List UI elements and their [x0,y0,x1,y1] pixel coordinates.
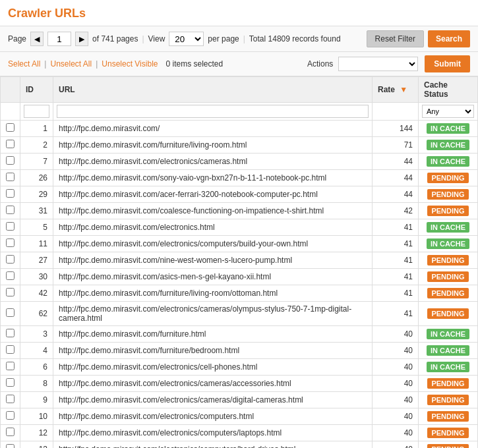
filter-cache-cell: Any IN CACHE PENDING [419,103,478,121]
table-row: 2 http://fpc.demo.mirasvit.com/furniture… [1,137,478,154]
row-id: 4 [20,343,53,359]
url-link[interactable]: http://fpc.demo.mirasvit.com/electronics… [59,157,247,166]
row-id: 7 [20,154,53,170]
row-url: http://fpc.demo.mirasvit.com/electronics… [53,154,373,170]
row-checkbox-cell [1,326,20,343]
url-link[interactable]: http://fpc.demo.mirasvit.com/electronics… [59,223,215,232]
th-rate[interactable]: Rate ▼ [373,77,419,103]
url-link[interactable]: http://fpc.demo.mirasvit.com/electronics… [59,428,282,437]
row-checkbox[interactable] [6,173,15,181]
actions-select[interactable]: Delete Flush Cache [338,57,418,71]
row-checkbox-cell [1,269,20,285]
prev-page-button[interactable]: ◀ [30,32,44,46]
row-checkbox[interactable] [6,395,15,403]
url-link[interactable]: http://fpc.demo.mirasvit.com/electronics… [59,304,351,323]
row-checkbox[interactable] [6,329,15,337]
url-link[interactable]: http://fpc.demo.mirasvit.com/furniture/b… [59,346,239,355]
url-link[interactable]: http://fpc.demo.mirasvit.com/coalesce-fu… [59,206,324,215]
cache-status-badge: PENDING [427,173,468,183]
table-row: 3 http://fpc.demo.mirasvit.com/furniture… [1,326,478,343]
row-checkbox[interactable] [6,288,15,296]
row-checkbox[interactable] [6,345,15,354]
url-link[interactable]: http://fpc.demo.mirasvit.com/electronics… [59,445,295,448]
url-link[interactable]: http://fpc.demo.mirasvit.com/ [59,124,160,133]
row-checkbox[interactable] [6,308,15,317]
table-row: 29 http://fpc.demo.mirasvit.com/acer-fer… [1,186,478,203]
next-page-button[interactable]: ▶ [75,32,88,46]
table-row: 27 http://fpc.demo.mirasvit.com/nine-wes… [1,252,478,269]
cache-status-badge: PENDING [427,288,468,298]
row-checkbox[interactable] [6,428,15,436]
row-checkbox[interactable] [6,238,15,247]
filter-url-input[interactable] [57,105,369,118]
reset-filter-button[interactable]: Reset Filter [367,30,424,47]
url-link[interactable]: http://fpc.demo.mirasvit.com/electronics… [59,362,257,372]
cache-status-badge: IN CACHE [427,156,469,167]
url-link[interactable]: http://fpc.demo.mirasvit.com/furniture.h… [59,329,206,339]
row-cache-status: IN CACHE [419,236,478,252]
row-checkbox[interactable] [6,411,15,420]
row-rate: 41 [373,285,419,302]
cache-status-badge: PENDING [427,189,468,200]
row-cache-status: PENDING [419,285,478,302]
unselect-visible-link[interactable]: Unselect Visible [102,59,158,69]
row-checkbox[interactable] [6,222,15,231]
url-link[interactable]: http://fpc.demo.mirasvit.com/electronics… [59,239,308,248]
th-id: ID [20,77,53,103]
row-rate: 41 [373,219,419,236]
cache-status-badge: PENDING [427,444,468,448]
unselect-all-link[interactable]: Unselect All [50,59,92,69]
row-checkbox-cell [1,236,20,252]
row-checkbox[interactable] [6,140,15,148]
row-checkbox[interactable] [6,362,15,370]
row-checkbox[interactable] [6,206,15,214]
toolbar: Page ◀ ▶ of 741 pages | View 20 50 100 p… [0,26,478,52]
url-link[interactable]: http://fpc.demo.mirasvit.com/asics-men-s… [59,272,271,281]
row-rate: 40 [373,392,419,408]
url-link[interactable]: http://fpc.demo.mirasvit.com/furniture/l… [59,140,247,150]
url-link[interactable]: http://fpc.demo.mirasvit.com/electronics… [59,395,303,405]
row-cache-status: PENDING [419,186,478,203]
url-link[interactable]: http://fpc.demo.mirasvit.com/electronics… [59,379,291,388]
filter-id-input[interactable] [24,105,49,118]
row-rate: 44 [373,170,419,186]
cache-status-badge: IN CACHE [427,222,469,233]
row-id: 1 [20,121,53,137]
row-rate: 144 [373,121,419,137]
actions-label: Actions [307,59,333,69]
filter-cache-select[interactable]: Any IN CACHE PENDING [422,105,474,118]
row-rate: 40 [373,359,419,376]
page-input[interactable] [47,32,71,46]
row-checkbox-cell [1,154,20,170]
url-link[interactable]: http://fpc.demo.mirasvit.com/nine-west-w… [59,256,292,265]
view-select[interactable]: 20 50 100 [169,32,204,46]
row-checkbox[interactable] [6,271,15,280]
table-row: 12 http://fpc.demo.mirasvit.com/electron… [1,425,478,441]
row-url: http://fpc.demo.mirasvit.com/electronics… [53,425,373,441]
row-checkbox[interactable] [6,156,15,165]
row-checkbox[interactable] [6,444,15,448]
cache-status-badge: PENDING [427,395,468,405]
row-checkbox[interactable] [6,255,15,264]
url-link[interactable]: http://fpc.demo.mirasvit.com/furniture/l… [59,289,278,298]
rate-sort-icon: ▼ [400,85,407,94]
row-url: http://fpc.demo.mirasvit.com/electronics… [53,376,373,392]
row-checkbox[interactable] [6,123,15,132]
selected-count: 0 items selected [165,59,223,69]
table-row: 10 http://fpc.demo.mirasvit.com/electron… [1,408,478,425]
table-row: 30 http://fpc.demo.mirasvit.com/asics-me… [1,269,478,285]
row-cache-status: PENDING [419,376,478,392]
row-url: http://fpc.demo.mirasvit.com/furniture/l… [53,137,373,154]
row-checkbox[interactable] [6,378,15,387]
row-checkbox[interactable] [6,189,15,198]
submit-button[interactable]: Submit [425,55,470,72]
select-all-link[interactable]: Select All [8,59,40,69]
url-link[interactable]: http://fpc.demo.mirasvit.com/electronics… [59,412,254,421]
row-checkbox-cell [1,170,20,186]
total-records-label: Total 14809 records found [249,34,341,43]
row-rate: 40 [373,441,419,449]
url-link[interactable]: http://fpc.demo.mirasvit.com/acer-ferrar… [59,190,318,199]
search-button[interactable]: Search [428,30,470,47]
url-link[interactable]: http://fpc.demo.mirasvit.com/sony-vaio-v… [59,173,326,182]
table-row: 11 http://fpc.demo.mirasvit.com/electron… [1,236,478,252]
